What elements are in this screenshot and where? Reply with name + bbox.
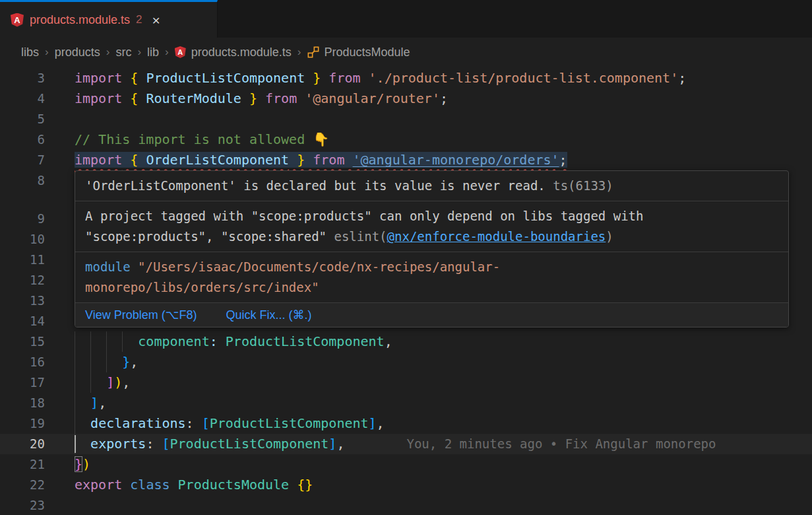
eslint-message-line1: A project tagged with "scope:products" c…	[85, 209, 643, 223]
code-token: '@angular-monorepo/orders'	[353, 152, 559, 168]
code-token: }	[297, 152, 305, 168]
breadcrumb-item-lib[interactable]: lib	[147, 46, 159, 59]
line-content[interactable]: import { OrderListComponent } from '@ang…	[75, 150, 812, 170]
module-path-line1: "/Users/isaac/Documents/code/nx-recipes/…	[131, 259, 501, 274]
text-cursor	[75, 435, 76, 453]
code-token: import	[75, 152, 122, 168]
indent-guide	[75, 393, 75, 413]
quick-fix-action[interactable]: Quick Fix... (⌘.)	[226, 308, 311, 322]
code-token: ,	[385, 333, 392, 349]
code-line-4[interactable]: 4import { RouterModule } from '@angular/…	[0, 88, 812, 109]
code-line-22[interactable]: 22export class ProductsModule {}	[0, 475, 812, 495]
view-problem-action[interactable]: View Problem (⌥F8)	[85, 308, 197, 322]
line-content[interactable]: declarations: [ProductListComponent],	[75, 413, 812, 434]
code-line-3[interactable]: 3import { ProductListComponent } from '.…	[0, 68, 812, 88]
code-line-7[interactable]: 7import { OrderListComponent } from '@an…	[0, 150, 812, 170]
code-line-19[interactable]: 19 declarations: [ProductListComponent],	[0, 413, 812, 434]
code-line-23[interactable]: 23	[0, 495, 812, 515]
indent-guide	[75, 372, 75, 393]
indent-guide	[106, 352, 107, 372]
line-content[interactable]: ]),	[75, 372, 812, 393]
line-number[interactable]: 22	[0, 475, 45, 495]
git-blame-annotation: You, 2 minutes ago • Fix Angular monorep…	[344, 436, 716, 451]
breadcrumb-item-libs[interactable]: libs	[21, 46, 39, 59]
line-content[interactable]: exports: [ProductListComponent],You, 2 m…	[75, 434, 812, 454]
line-content[interactable]	[75, 495, 812, 515]
line-number[interactable]: 8	[0, 170, 45, 191]
code-token	[122, 90, 130, 106]
line-content[interactable]: },	[75, 352, 812, 372]
tab-title: products.module.ts	[30, 13, 130, 27]
code-token: {}	[297, 477, 313, 493]
line-number[interactable]: 13	[0, 291, 45, 311]
code-token: ProductListComponent	[170, 436, 329, 452]
tab-problem-count-badge: 2	[136, 13, 142, 26]
line-number[interactable]: 11	[0, 250, 45, 270]
tab-products-module[interactable]: A products.module.ts 2 ×	[0, 0, 218, 38]
line-number[interactable]: 12	[0, 270, 45, 291]
line-content[interactable]	[75, 109, 812, 129]
line-number[interactable]: 19	[0, 413, 45, 434]
line-number[interactable]: 18	[0, 393, 45, 413]
line-content[interactable]: import { RouterModule } from '@angular/r…	[75, 88, 812, 109]
line-content[interactable]: export class ProductsModule {}	[75, 475, 812, 495]
code-token: [	[162, 436, 170, 452]
code-editor[interactable]: 3import { ProductListComponent } from '.…	[0, 67, 812, 515]
code-token: import	[75, 90, 122, 106]
code-token: {	[130, 90, 138, 106]
line-number[interactable]: 15	[0, 331, 45, 352]
line-content[interactable]: // This import is not allowed 👇	[75, 129, 812, 150]
code-line-16[interactable]: 16 },	[0, 352, 812, 372]
line-number[interactable]: 10	[0, 229, 45, 250]
indent-guide	[75, 413, 75, 434]
breadcrumb-item-products[interactable]: products	[55, 46, 100, 59]
code-token: ProductListComponent	[226, 333, 385, 349]
code-token	[75, 415, 90, 431]
close-icon[interactable]: ×	[152, 13, 160, 27]
indent-guide	[90, 372, 91, 393]
error-squiggle-region: import { OrderListComponent } from '@ang…	[75, 152, 567, 168]
indent-guide	[122, 331, 123, 352]
code-line-5[interactable]: 5	[0, 109, 812, 129]
eslint-message-line2: "scope:products", "scope:shared"	[85, 229, 327, 244]
vscode-window: A products.module.ts 2 × libs › products…	[0, 0, 812, 515]
code-line-21[interactable]: 21})	[0, 454, 812, 475]
line-content[interactable]: })	[75, 454, 812, 475]
code-token	[122, 152, 130, 168]
code-token: }	[313, 70, 321, 86]
code-token: ProductListComponent	[146, 70, 305, 86]
code-token	[344, 152, 352, 168]
line-number[interactable]: 7	[0, 150, 45, 170]
line-content[interactable]: component: ProductListComponent,	[75, 331, 812, 352]
line-number[interactable]: 3	[0, 68, 45, 88]
line-number[interactable]: 9	[0, 209, 45, 229]
line-content[interactable]: ],	[75, 393, 812, 413]
line-content[interactable]: import { ProductListComponent } from './…	[75, 68, 812, 88]
code-token: ]	[106, 374, 114, 390]
line-number[interactable]: 21	[0, 454, 45, 475]
code-token	[75, 436, 90, 452]
breadcrumb-item-symbol[interactable]: ProductsModule	[307, 46, 410, 59]
line-number[interactable]: 23	[0, 495, 45, 515]
code-line-18[interactable]: 18 ],	[0, 393, 812, 413]
eslint-source-prefix: eslint(	[327, 229, 387, 244]
code-token: ProductListComponent	[210, 415, 369, 431]
eslint-rule-link[interactable]: @nx/enforce-module-boundaries	[387, 229, 606, 244]
code-line-15[interactable]: 15 component: ProductListComponent,	[0, 331, 812, 352]
code-line-6[interactable]: 6// This import is not allowed 👇	[0, 129, 812, 150]
angular-file-icon: A	[11, 13, 24, 27]
code-token: ;	[678, 70, 686, 86]
breadcrumb-item-file[interactable]: A products.module.ts	[175, 46, 292, 59]
line-number[interactable]: 6	[0, 129, 45, 150]
line-number[interactable]: 16	[0, 352, 45, 372]
code-line-17[interactable]: 17 ]),	[0, 372, 812, 393]
line-number[interactable]: 4	[0, 88, 45, 109]
hover-ts-diagnostic: 'OrderListComponent' is declared but its…	[75, 171, 788, 201]
code-token: component	[138, 333, 209, 349]
line-number[interactable]: 14	[0, 311, 45, 331]
code-line-20[interactable]: 20 exports: [ProductListComponent],You, …	[0, 434, 812, 454]
line-number[interactable]: 20	[0, 434, 45, 454]
breadcrumb-item-src[interactable]: src	[115, 46, 131, 59]
line-number[interactable]: 17	[0, 372, 45, 393]
line-number[interactable]: 5	[0, 109, 45, 129]
